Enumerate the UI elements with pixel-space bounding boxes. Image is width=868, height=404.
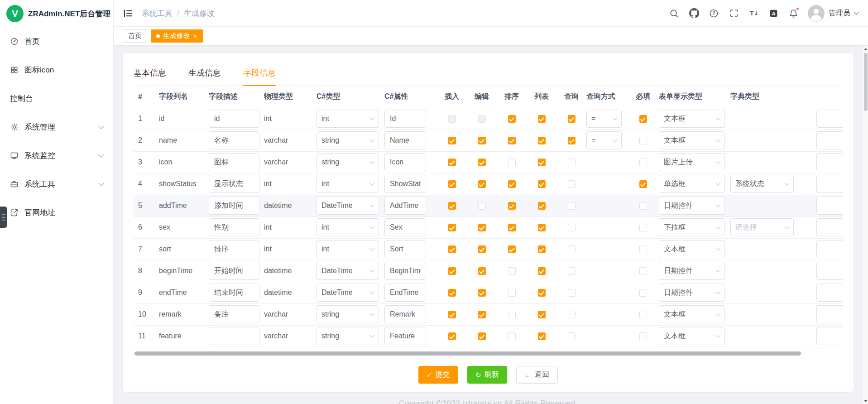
insert-checkbox[interactable] xyxy=(448,267,456,275)
sort-checkbox[interactable] xyxy=(508,137,516,144)
user-menu[interactable]: 管理员 xyxy=(808,5,858,22)
list-checkbox[interactable] xyxy=(538,115,546,123)
tag-generate-edit[interactable]: 生成修改× xyxy=(151,29,203,43)
tab-basic-info[interactable]: 基本信息 xyxy=(134,63,166,86)
query-checkbox[interactable] xyxy=(568,159,575,166)
sort-checkbox[interactable] xyxy=(508,289,516,297)
scroll-up-arrow[interactable] xyxy=(863,46,868,52)
edit-checkbox[interactable] xyxy=(478,245,486,253)
extra-field-input[interactable] xyxy=(816,240,843,258)
extra-field-input[interactable] xyxy=(816,284,843,302)
cs-type-select[interactable]: string xyxy=(317,131,379,149)
sort-checkbox[interactable] xyxy=(508,115,516,123)
display-type-select[interactable]: 文本框 xyxy=(659,110,725,128)
required-checkbox[interactable] xyxy=(639,332,647,340)
refresh-button[interactable]: ↻ 刷新 xyxy=(467,366,507,384)
display-type-select[interactable]: 日期控件 xyxy=(659,262,725,280)
query-method-select[interactable]: = xyxy=(586,131,622,149)
font-size-icon[interactable]: T xyxy=(748,8,759,19)
cs-type-select[interactable]: int xyxy=(317,218,379,236)
sort-checkbox[interactable] xyxy=(508,180,516,188)
edit-checkbox[interactable] xyxy=(478,180,486,188)
scroll-down-arrow[interactable] xyxy=(863,398,868,404)
extra-field-input[interactable] xyxy=(816,175,843,193)
cs-prop-input[interactable] xyxy=(384,218,426,236)
display-type-select[interactable]: 日期控件 xyxy=(659,197,725,215)
sidebar-item-home[interactable]: 首页 xyxy=(0,27,113,56)
bell-icon[interactable] xyxy=(788,8,799,19)
required-checkbox[interactable] xyxy=(639,224,647,231)
sidebar-item-console[interactable]: 控制台 xyxy=(0,84,113,113)
insert-checkbox[interactable] xyxy=(448,180,456,188)
extra-field-input[interactable] xyxy=(816,131,843,149)
cs-type-select[interactable]: DateTime xyxy=(317,262,379,280)
edit-checkbox[interactable] xyxy=(478,311,486,318)
list-checkbox[interactable] xyxy=(538,224,546,231)
extra-field-input[interactable] xyxy=(816,197,843,215)
cs-type-select[interactable]: string xyxy=(317,153,379,171)
extra-field-input[interactable] xyxy=(816,262,843,280)
sidebar-collapse-icon[interactable] xyxy=(123,8,134,19)
list-checkbox[interactable] xyxy=(538,311,546,318)
field-desc-input[interactable] xyxy=(209,197,259,215)
theme-drawer-handle[interactable] xyxy=(0,207,7,228)
language-icon[interactable]: A xyxy=(768,8,779,19)
cs-prop-input[interactable] xyxy=(384,153,426,171)
query-checkbox[interactable] xyxy=(568,115,575,123)
sort-checkbox[interactable] xyxy=(508,245,516,253)
list-checkbox[interactable] xyxy=(538,245,546,253)
sidebar-item-icons[interactable]: 图标icon xyxy=(0,56,113,84)
required-checkbox[interactable] xyxy=(639,159,647,166)
list-checkbox[interactable] xyxy=(538,180,546,188)
edit-checkbox[interactable] xyxy=(478,137,486,144)
breadcrumb-item-parent[interactable]: 系统工具 xyxy=(142,8,173,19)
field-desc-input[interactable] xyxy=(209,240,259,258)
search-icon[interactable] xyxy=(668,8,680,19)
insert-checkbox[interactable] xyxy=(448,311,456,318)
query-checkbox[interactable] xyxy=(568,245,575,253)
cs-prop-input[interactable] xyxy=(384,262,426,280)
query-checkbox[interactable] xyxy=(568,267,575,275)
query-checkbox[interactable] xyxy=(568,289,575,297)
cs-prop-input[interactable] xyxy=(384,240,426,258)
required-checkbox[interactable] xyxy=(639,245,647,253)
list-checkbox[interactable] xyxy=(538,332,546,340)
edit-checkbox[interactable] xyxy=(478,202,486,210)
cs-type-select[interactable]: int xyxy=(317,110,379,128)
insert-checkbox[interactable] xyxy=(448,224,456,231)
list-checkbox[interactable] xyxy=(538,202,546,210)
sort-checkbox[interactable] xyxy=(508,159,516,166)
display-type-select[interactable]: 文本框 xyxy=(659,131,725,149)
display-type-select[interactable]: 下拉框 xyxy=(659,218,725,236)
dict-type-select[interactable]: 系统状态 xyxy=(730,175,794,193)
extra-field-input[interactable] xyxy=(816,153,843,171)
insert-checkbox[interactable] xyxy=(448,289,456,297)
list-checkbox[interactable] xyxy=(538,137,546,144)
edit-checkbox[interactable] xyxy=(478,332,486,340)
dict-type-select[interactable]: 请选择 xyxy=(730,218,794,236)
cs-prop-input[interactable] xyxy=(384,327,426,345)
query-checkbox[interactable] xyxy=(568,311,575,318)
extra-field-input[interactable] xyxy=(816,110,843,128)
required-checkbox[interactable] xyxy=(639,311,647,318)
edit-checkbox[interactable] xyxy=(478,289,486,297)
help-icon[interactable]: ? xyxy=(708,8,719,19)
display-type-select[interactable]: 单选框 xyxy=(659,175,725,193)
list-checkbox[interactable] xyxy=(538,289,546,297)
field-desc-input[interactable] xyxy=(209,131,259,149)
fullscreen-icon[interactable] xyxy=(728,8,739,19)
extra-field-input[interactable] xyxy=(816,327,843,345)
list-checkbox[interactable] xyxy=(538,267,546,275)
query-checkbox[interactable] xyxy=(568,332,575,340)
cs-type-select[interactable]: DateTime xyxy=(317,284,379,302)
sidebar-item-system-tools[interactable]: 系统工具 xyxy=(0,170,113,198)
extra-field-input[interactable] xyxy=(816,305,843,323)
list-checkbox[interactable] xyxy=(538,159,546,166)
vertical-scrollbar-thumb[interactable] xyxy=(864,53,868,111)
cs-prop-input[interactable] xyxy=(384,175,426,193)
display-type-select[interactable]: 文本框 xyxy=(659,327,725,345)
horizontal-scrollbar-thumb[interactable] xyxy=(134,351,801,356)
edit-checkbox[interactable] xyxy=(478,159,486,166)
cs-type-select[interactable]: string xyxy=(317,327,379,345)
required-checkbox[interactable] xyxy=(639,289,647,297)
